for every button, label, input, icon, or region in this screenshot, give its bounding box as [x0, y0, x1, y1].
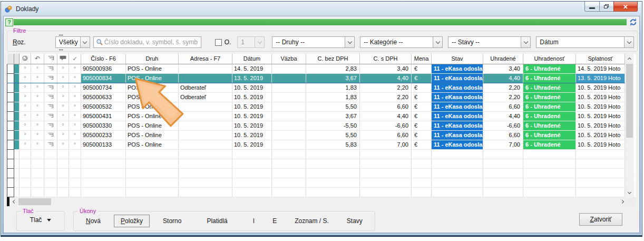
- o-checkbox[interactable]: [215, 39, 222, 46]
- column-header-uhradene[interactable]: Uhradené: [483, 54, 523, 64]
- cell-datum[interactable]: 10. 5. 2019: [232, 83, 272, 92]
- paid-badge[interactable]: 6 - Uhradené: [523, 130, 576, 140]
- cell-splatnost[interactable]: 10. 5. 2019 Hoto: [576, 121, 625, 130]
- cell-druh[interactable]: POS - Online: [126, 111, 179, 121]
- cell-vazba[interactable]: [272, 121, 306, 130]
- stavy-select[interactable]: -- Stavy --: [448, 36, 531, 48]
- scroll-up-button[interactable]: [625, 54, 634, 63]
- close-button[interactable]: ×: [613, 2, 638, 12]
- cell-s-dph[interactable]: 7,00: [360, 140, 412, 149]
- cell-s-dph[interactable]: 6,60: [360, 130, 412, 140]
- horizontal-scrollbar[interactable]: [7, 197, 636, 206]
- cell-adresa[interactable]: [179, 130, 232, 140]
- paid-badge[interactable]: 6 - Uhradené: [523, 83, 576, 92]
- row-selector[interactable]: [7, 140, 14, 149]
- cell-cislo[interactable]: 905000936: [81, 64, 126, 73]
- search-input[interactable]: [103, 38, 199, 46]
- chevron-down-icon[interactable]: [80, 37, 90, 47]
- cell-bez-dph[interactable]: 1,83: [306, 92, 360, 102]
- cell-adresa[interactable]: [179, 73, 232, 83]
- table-row-empty[interactable]: [7, 187, 625, 197]
- cell-uhradene[interactable]: 3,40: [483, 64, 523, 73]
- cell-datum[interactable]: 14. 5. 2019: [232, 64, 272, 73]
- cell-cislo[interactable]: 905000133: [81, 140, 126, 149]
- cell-splatnost[interactable]: 10. 5. 2019 Hoto: [576, 102, 625, 111]
- titlebar[interactable]: Doklady ×: [1, 2, 642, 16]
- cell-bez-dph[interactable]: 3,67: [306, 111, 360, 121]
- cell-bez-dph[interactable]: 5,50: [306, 130, 360, 140]
- table-row[interactable]: °° °° 905000936 POS - Online 14. 5. 2019…: [7, 64, 625, 73]
- cell-s-dph[interactable]: 4,40: [360, 111, 412, 121]
- table-row[interactable]: °° °° 905000431 POS - Online 10. 5. 2019…: [7, 111, 625, 121]
- cell-s-dph[interactable]: 2,20: [360, 83, 412, 92]
- paid-badge[interactable]: 6 - Uhradené: [523, 140, 576, 149]
- cell-datum[interactable]: 10. 5. 2019: [232, 92, 272, 102]
- cell-bez-dph[interactable]: 5,50: [306, 102, 360, 111]
- cell-splatnost[interactable]: 14. 5. 2019 Hoto: [576, 64, 625, 73]
- chevron-down-icon[interactable]: [433, 37, 442, 47]
- row-selector[interactable]: [7, 102, 14, 111]
- items-button[interactable]: Položky: [114, 215, 150, 227]
- cell-druh[interactable]: POS - Online: [126, 140, 179, 149]
- cell-datum[interactable]: 10. 5. 2019: [232, 111, 272, 121]
- cell-bez-dph[interactable]: -5,50: [306, 121, 360, 130]
- platidla-button[interactable]: Platidlá: [202, 215, 232, 227]
- cell-cislo[interactable]: 905000834: [81, 73, 126, 83]
- cell-adresa[interactable]: [179, 64, 232, 73]
- cell-s-dph[interactable]: 2,20: [360, 92, 412, 102]
- paid-badge[interactable]: 6 - Uhradené: [523, 121, 576, 130]
- comment-column-header[interactable]: [57, 54, 69, 64]
- cell-cislo[interactable]: 905000233: [81, 130, 126, 140]
- cell-mena[interactable]: €: [412, 140, 432, 149]
- status-badge[interactable]: 11 - eKasa odosla: [432, 111, 483, 121]
- status-badge[interactable]: 11 - eKasa odosla: [432, 92, 483, 102]
- cell-s-dph[interactable]: 6,60: [360, 102, 412, 111]
- paid-badge[interactable]: 6 - Uhradené: [523, 92, 576, 102]
- row-selector[interactable]: [7, 92, 14, 102]
- status-badge[interactable]: 11 - eKasa odosla: [432, 83, 483, 92]
- column-header-mena[interactable]: Mena: [412, 54, 432, 64]
- table-row[interactable]: °° °° 905000133 POS - Online 10. 5. 2019…: [7, 140, 625, 149]
- row-selector[interactable]: [7, 73, 14, 83]
- cell-uhradene[interactable]: 6,60: [483, 130, 523, 140]
- cell-cislo[interactable]: 905000532: [81, 102, 126, 111]
- table-row-empty[interactable]: [7, 178, 625, 187]
- attachment-column-header[interactable]: [19, 54, 31, 64]
- header-selector[interactable]: [7, 54, 14, 64]
- row-selector[interactable]: [7, 121, 14, 130]
- cell-splatnost[interactable]: 10. 5. 2019 Hoto: [576, 83, 625, 92]
- table-row[interactable]: °° °° 905000532 POS - Online 10. 5. 2019…: [7, 102, 625, 111]
- cell-splatnost[interactable]: 10. 5. 2019 Hoto: [576, 111, 625, 121]
- paid-badge[interactable]: 6 - Uhradené: [523, 73, 576, 83]
- cell-bez-dph[interactable]: 3,67: [306, 73, 360, 83]
- cell-mena[interactable]: €: [412, 64, 432, 73]
- chevron-down-icon[interactable]: [345, 37, 354, 47]
- column-header-splatnost[interactable]: Splatnosť: [576, 54, 625, 64]
- new-button[interactable]: Nová: [81, 215, 105, 227]
- help-button[interactable]: ?: [5, 18, 13, 26]
- scroll-down-button[interactable]: [625, 188, 634, 197]
- zoznam-button[interactable]: Zoznam / S.: [290, 215, 334, 227]
- cell-adresa[interactable]: [179, 121, 232, 130]
- cell-cislo[interactable]: 905000431: [81, 111, 126, 121]
- cell-datum[interactable]: 10. 5. 2019: [232, 121, 272, 130]
- cell-mena[interactable]: €: [412, 111, 432, 121]
- status-badge[interactable]: 11 - eKasa odosla: [432, 140, 483, 149]
- scroll-left-button[interactable]: [9, 197, 18, 206]
- cell-datum[interactable]: 10. 5. 2019: [232, 102, 272, 111]
- cell-splatnost[interactable]: 10. 5. 2019 Hoto: [576, 92, 625, 102]
- cell-cislo[interactable]: 905000633: [81, 92, 126, 102]
- cell-adresa[interactable]: [179, 111, 232, 121]
- e-button[interactable]: E: [268, 215, 281, 227]
- check-column-header[interactable]: ✓: [69, 54, 81, 64]
- cell-adresa[interactable]: [179, 140, 232, 149]
- cell-adresa[interactable]: [179, 102, 232, 111]
- cell-cislo[interactable]: 905000330: [81, 121, 126, 130]
- minimize-button[interactable]: [584, 2, 600, 12]
- i-button[interactable]: I: [248, 215, 259, 227]
- storno-button[interactable]: Storno: [158, 215, 186, 227]
- cell-uhradene[interactable]: 4,40: [483, 73, 523, 83]
- cell-mena[interactable]: €: [412, 73, 432, 83]
- cell-vazba[interactable]: [272, 140, 306, 149]
- cell-uhradene[interactable]: 2,20: [483, 92, 523, 102]
